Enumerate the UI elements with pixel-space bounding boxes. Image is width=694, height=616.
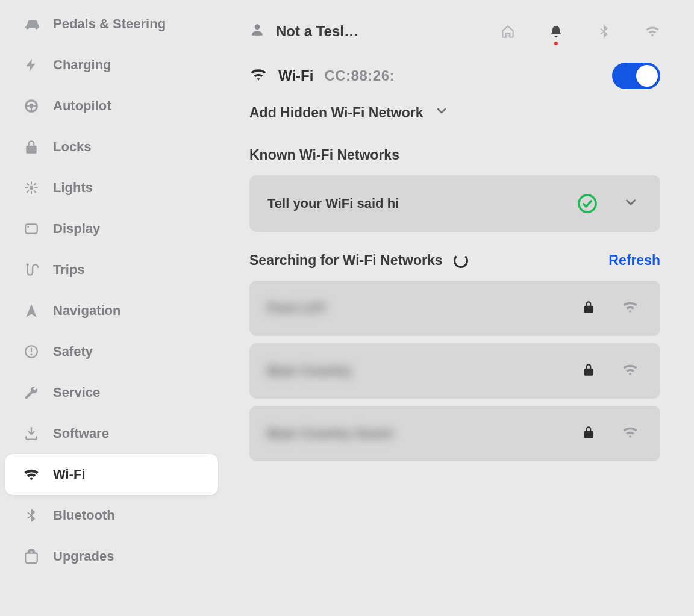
lock-icon [581, 362, 596, 380]
network-ssid: Bear Country Guest [267, 426, 393, 441]
sidebar-item-upgrades[interactable]: Upgrades [5, 536, 218, 577]
sidebar-item-label: Lights [53, 180, 207, 196]
found-network-row[interactable]: Bear Country [249, 343, 660, 399]
sidebar-item-label: Upgrades [53, 549, 207, 564]
sidebar-item-pedals-steering[interactable]: Pedals & Steering [5, 4, 218, 45]
sidebar-item-trips[interactable]: Trips [5, 249, 218, 290]
wifi-icon [249, 66, 267, 86]
sidebar-item-label: Navigation [53, 303, 207, 319]
wifi-signal-icon [622, 361, 639, 381]
notifications-icon[interactable] [548, 23, 564, 39]
lock-icon [581, 425, 596, 443]
sidebar-item-charging[interactable]: Charging [5, 45, 218, 86]
found-network-row[interactable]: Pool LOT [249, 281, 660, 336]
nav-icon [23, 302, 40, 319]
known-network-row[interactable]: Tell your WiFi said hi [249, 175, 660, 232]
wifi-settings-panel: Not a Tesl… Wi-Fi CC:88:26: [223, 0, 694, 616]
refresh-button[interactable]: Refresh [608, 252, 660, 269]
car-icon [23, 16, 40, 33]
profile-chip[interactable]: Not a Tesl… [249, 22, 358, 41]
homelink-icon[interactable] [500, 23, 516, 39]
connected-check-icon [577, 193, 598, 214]
sidebar-item-service[interactable]: Service [5, 372, 218, 413]
searching-label: Searching for Wi-Fi Networks [249, 252, 443, 269]
found-network-row[interactable]: Bear Country Guest [249, 406, 660, 461]
sidebar-item-bluetooth[interactable]: Bluetooth [5, 495, 218, 536]
bluetooth-icon [23, 507, 40, 524]
wrench-icon [23, 384, 40, 401]
bluetooth-status-icon[interactable] [596, 23, 612, 39]
chevron-down-icon [434, 104, 449, 122]
sidebar-item-label: Pedals & Steering [53, 16, 207, 32]
chevron-down-icon[interactable] [623, 194, 639, 213]
add-hidden-label: Add Hidden Wi-Fi Network [249, 105, 424, 121]
sidebar-item-label: Bluetooth [53, 508, 207, 523]
network-ssid: Tell your WiFi said hi [267, 196, 399, 211]
wifi-mac-address: CC:88:26: [324, 67, 395, 84]
notification-dot [554, 42, 558, 45]
sidebar-item-display[interactable]: Display [5, 208, 218, 249]
wifi-toggle[interactable] [612, 63, 660, 89]
wifi-icon [23, 466, 40, 483]
person-icon [249, 22, 265, 41]
add-hidden-network-button[interactable]: Add Hidden Wi-Fi Network [249, 104, 660, 122]
sidebar-item-wi-fi[interactable]: Wi-Fi [5, 454, 218, 495]
sidebar-item-label: Autopilot [53, 98, 207, 114]
bag-icon [23, 548, 40, 565]
loading-spinner-icon [454, 254, 468, 268]
toggle-knob [636, 65, 658, 87]
profile-name: Not a Tesl… [276, 23, 358, 40]
wifi-status-icon[interactable] [645, 23, 660, 39]
sidebar-item-label: Software [53, 426, 207, 441]
wifi-signal-icon [622, 424, 639, 443]
sidebar-item-safety[interactable]: Safety [5, 331, 218, 372]
known-networks-heading: Known Wi-Fi Networks [249, 147, 660, 163]
lock-icon [23, 138, 40, 155]
network-ssid: Bear Country [267, 363, 351, 379]
sidebar-item-autopilot[interactable]: Autopilot [5, 86, 218, 126]
display-icon [23, 220, 40, 237]
sidebar-item-label: Display [53, 221, 207, 237]
sidebar-item-label: Trips [53, 262, 207, 278]
sidebar-item-label: Charging [53, 57, 207, 73]
sidebar-item-lights[interactable]: Lights [5, 167, 218, 208]
status-icon-row [500, 23, 660, 39]
sidebar-item-software[interactable]: Software [5, 413, 218, 454]
wifi-heading: Wi-Fi [278, 67, 313, 84]
warn-icon [23, 343, 40, 360]
sidebar-item-label: Safety [53, 344, 207, 359]
settings-sidebar: Pedals & SteeringChargingAutopilotLocksL… [0, 0, 223, 616]
sidebar-item-locks[interactable]: Locks [5, 126, 218, 167]
sidebar-item-label: Service [53, 385, 207, 400]
light-icon [23, 179, 40, 196]
sidebar-item-label: Wi-Fi [53, 467, 207, 482]
steering-icon [23, 98, 40, 114]
sidebar-item-label: Locks [53, 139, 207, 155]
bolt-icon [23, 57, 40, 73]
trips-icon [23, 261, 40, 278]
wifi-signal-icon [622, 299, 639, 318]
network-ssid: Pool LOT [267, 300, 327, 316]
lock-icon [581, 299, 596, 317]
sidebar-item-navigation[interactable]: Navigation [5, 290, 218, 331]
download-icon [23, 425, 40, 442]
